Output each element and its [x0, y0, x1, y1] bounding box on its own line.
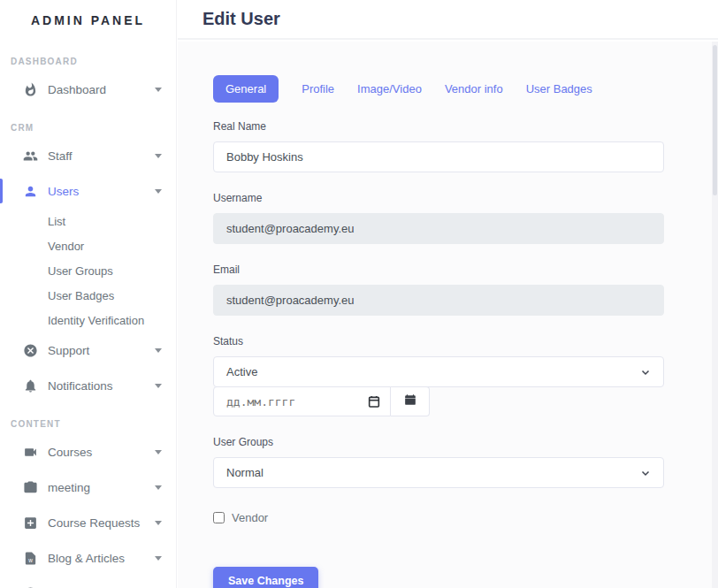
sidebar-subitem-user-badges[interactable]: User Badges — [0, 283, 176, 308]
user-groups-field: User Groups Normal — [213, 436, 664, 488]
main-area: Edit User General Profile Image/Video Ve… — [178, 0, 718, 588]
section-label-crm: CRM — [0, 107, 176, 138]
sidebar-item-label: meeting — [48, 481, 155, 494]
vertical-scrollbar[interactable] — [712, 42, 718, 588]
sidebar-item-blog-articles[interactable]: w Blog & Articles — [0, 540, 176, 576]
sidebar-item-support[interactable]: Support — [0, 332, 176, 368]
sidebar-item-label: Support — [48, 344, 155, 357]
chevron-down-icon — [155, 450, 162, 454]
sidebar-item-label: Blog & Articles — [48, 552, 155, 565]
username-input — [213, 213, 664, 244]
sidebar-subitem-vendor[interactable]: Vendor — [0, 233, 176, 258]
calendar-picker-button[interactable] — [391, 386, 430, 416]
tab-general[interactable]: General — [213, 75, 279, 103]
sidebar-item-meeting[interactable]: meeting — [0, 470, 176, 505]
page-title: Edit User — [202, 9, 280, 29]
calendar-icon — [404, 393, 416, 409]
chevron-down-icon — [155, 88, 162, 92]
tab-bar: General Profile Image/Video Vendor info … — [213, 75, 664, 103]
tab-vendor-info[interactable]: Vendor info — [445, 75, 503, 103]
vendor-checkbox-label: Vendor — [232, 511, 268, 524]
sidebar-item-label: Notifications — [48, 379, 155, 393]
email-label: Email — [213, 263, 664, 276]
sidebar-item-staff[interactable]: Staff — [0, 138, 176, 173]
plus-square-icon — [23, 515, 38, 531]
sidebar-subitem-list[interactable]: List — [0, 209, 176, 233]
calendar-outline-icon[interactable] — [367, 394, 381, 409]
tab-user-badges[interactable]: User Badges — [526, 75, 592, 103]
vendor-checkbox-row: Vendor — [213, 511, 664, 524]
vendor-checkbox[interactable] — [213, 512, 225, 523]
sidebar-item-notifications[interactable]: Notifications — [0, 368, 176, 403]
username-field: Username — [213, 192, 664, 244]
sidebar-subitem-user-groups[interactable]: User Groups — [0, 258, 176, 283]
email-input — [213, 285, 664, 316]
bell-icon — [23, 378, 38, 393]
app-brand: ADMIN PANEL — [0, 0, 176, 41]
section-label-dashboard: DASHBOARD — [0, 41, 176, 72]
date-input-wrap — [213, 386, 391, 416]
section-label-content: CONTENT — [0, 403, 176, 434]
edit-user-form: General Profile Image/Video Vendor info … — [213, 75, 664, 588]
status-select-value: Active — [226, 365, 257, 378]
sidebar: ADMIN PANEL DASHBOARD Dashboard CRM Staf… — [0, 0, 177, 588]
sidebar-item-dashboard[interactable]: Dashboard — [0, 72, 176, 107]
chevron-down-icon — [155, 556, 162, 561]
sidebar-item-users[interactable]: Users — [0, 173, 176, 209]
tab-image-video[interactable]: Image/Video — [357, 75, 422, 103]
status-field: Status Active — [213, 335, 664, 416]
flame-icon — [23, 82, 38, 97]
svg-text:w: w — [27, 556, 33, 562]
status-date-group — [213, 386, 430, 416]
video-camera-icon — [23, 445, 38, 460]
user-groups-select[interactable]: Normal — [213, 457, 664, 488]
photo-camera-icon — [23, 480, 38, 495]
user-icon — [23, 184, 38, 199]
chevron-down-icon — [155, 485, 162, 490]
save-changes-button[interactable]: Save Changes — [213, 567, 318, 588]
real-name-label: Real Name — [213, 120, 664, 133]
chevron-down-icon — [155, 154, 162, 158]
sidebar-item-label: Courses — [48, 446, 155, 459]
sidebar-item-courses[interactable]: Courses — [0, 434, 176, 470]
chevron-down-icon — [155, 189, 162, 194]
page-header: Edit User — [178, 0, 718, 40]
email-field: Email — [213, 263, 664, 316]
scrollbar-thumb[interactable] — [713, 45, 717, 195]
user-groups-label: User Groups — [213, 436, 664, 448]
chevron-down-icon — [640, 367, 651, 378]
username-label: Username — [213, 192, 664, 204]
file-word-icon: w — [23, 551, 38, 566]
real-name-field: Real Name — [213, 120, 664, 172]
sidebar-subitem-identity-verification[interactable]: Identity Verification — [0, 308, 176, 332]
status-select[interactable]: Active — [213, 356, 664, 387]
user-groups-select-value: Normal — [226, 466, 264, 479]
sidebar-item-channels[interactable]: Channels — [0, 576, 176, 588]
chevron-down-icon — [155, 384, 162, 388]
sidebar-item-label: Staff — [48, 149, 155, 163]
content-area: General Profile Image/Video Vendor info … — [178, 42, 718, 588]
real-name-input[interactable] — [213, 141, 664, 172]
chevron-down-icon — [155, 521, 162, 525]
sidebar-item-label: Dashboard — [48, 83, 155, 96]
sidebar-item-label: Users — [48, 185, 155, 198]
status-label: Status — [213, 335, 664, 347]
life-ring-icon — [23, 343, 38, 358]
date-input[interactable] — [214, 387, 390, 416]
chevron-down-icon — [155, 348, 162, 353]
sidebar-item-course-requests[interactable]: Course Requests — [0, 505, 176, 540]
users-group-icon — [23, 149, 38, 164]
tab-profile[interactable]: Profile — [302, 75, 334, 103]
sidebar-item-label: Course Requests — [48, 516, 155, 530]
chevron-down-icon — [640, 468, 651, 478]
